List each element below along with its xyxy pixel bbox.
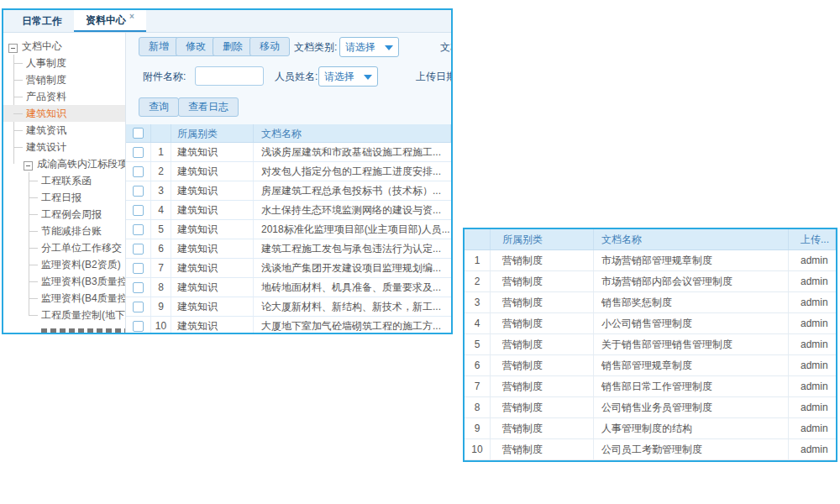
row-checkbox-cell [126, 181, 151, 200]
table-row[interactable]: 6 营销制度 销售部管理规章制度 admin [465, 355, 836, 376]
tree-item-project-root[interactable]: 成渝高铁内江标段项目 [3, 155, 125, 172]
row-doc-name: 公司员工考勤管理制度 [594, 439, 789, 459]
table-row[interactable]: 2 营销制度 市场营销部内部会议管理制度 admin [465, 271, 836, 292]
row-checkbox[interactable] [133, 321, 144, 332]
results-table-panel: 所属别类 文档名称 上传... 1 营销制度 市场营销部管理规章制度 admin… [463, 228, 837, 462]
row-checkbox[interactable] [133, 263, 144, 274]
row-doc-name: 论大厦新材料、新结构、新技术，新工... [254, 297, 451, 316]
collapse-icon[interactable] [8, 44, 18, 53]
row-checkbox[interactable] [133, 224, 144, 235]
results-table-body: 1 营销制度 市场营销部管理规章制度 admin 2 营销制度 市场营销部内部会… [465, 250, 836, 460]
row-number: 9 [151, 297, 171, 316]
table-row[interactable]: 5 建筑知识 2018标准化监理项目部(业主项目部)人员... [126, 220, 451, 239]
tree-item-clipped [41, 328, 125, 333]
row-doc-name: 人事管理制度的结构 [594, 418, 789, 438]
row-number: 4 [465, 313, 491, 333]
row-category: 建筑知识 [171, 278, 254, 297]
row-doc-name: 大厦地下室加气砼墙砌筑工程的施工方... [254, 317, 451, 333]
tree-item-root[interactable]: 文档中心 [3, 38, 125, 55]
table-row[interactable]: 8 营销制度 公司销售业务员管理制度 admin [465, 397, 836, 418]
tab-data-center[interactable]: 资料中心 × [74, 10, 146, 32]
action-button[interactable]: 移动 [249, 37, 290, 56]
table-row[interactable]: 2 建筑知识 对发包人指定分包的工程施工进度安排... [126, 162, 451, 181]
row-category: 建筑知识 [171, 317, 254, 333]
person-name-select[interactable]: 请选择 [318, 66, 378, 87]
tree-item[interactable]: 监理资料(B3质量控制) [3, 273, 125, 290]
table-row[interactable]: 8 建筑知识 地砖地面材料、机具准备、质量要求及... [126, 278, 451, 297]
row-checkbox[interactable] [133, 302, 144, 312]
table-row[interactable]: 1 建筑知识 浅谈房屋建筑和市政基础设施工程施工... [126, 143, 451, 162]
row-uploader: admin [789, 355, 836, 375]
close-icon[interactable]: × [129, 12, 134, 21]
tree-item[interactable]: 监理资料(B4质量控制) [3, 290, 125, 307]
row-category: 建筑知识 [171, 162, 254, 181]
documents-table-header: 所属别类 文档名称 [126, 124, 451, 143]
row-doc-name: 关于销售部管理销售管理制度 [594, 334, 789, 354]
action-button[interactable]: 删除 [213, 37, 253, 56]
documents-table: 所属别类 文档名称 1 建筑知识 浅谈房屋建筑和市政基础设施工程施工... 2 [126, 124, 451, 333]
table-row[interactable]: 6 建筑知识 建筑工程施工发包与承包违法行为认定... [126, 239, 451, 259]
tree-item[interactable]: 工程联系函 [3, 172, 125, 189]
tree-item[interactable]: 监理资料(B2资质) [3, 256, 125, 273]
action-button[interactable]: 新增 [139, 37, 179, 56]
row-doc-name: 浅谈地产集团开发建设项目监理规划编... [254, 259, 451, 277]
row-checkbox-cell [126, 220, 151, 239]
tree-item[interactable]: 工程日报 [3, 189, 125, 206]
tree-item[interactable]: 建筑设计 [3, 139, 125, 155]
row-category: 建筑知识 [171, 259, 254, 277]
collapse-icon[interactable] [24, 161, 33, 171]
view-log-button[interactable]: 查看日志 [178, 97, 239, 117]
row-checkbox[interactable] [133, 166, 144, 177]
row-checkbox[interactable] [133, 282, 144, 293]
row-category: 营销制度 [491, 271, 594, 291]
tree-item[interactable]: 人事制度 [3, 55, 125, 71]
row-category: 营销制度 [491, 292, 594, 312]
tree-item[interactable]: 节能减排台账 [3, 223, 125, 239]
row-doc-name: 房屋建筑工程总承包投标书（技术标）... [254, 181, 451, 200]
table-row[interactable]: 7 营销制度 销售部日常工作管理制度 admin [465, 376, 836, 397]
table-row[interactable]: 9 营销制度 人事管理制度的结构 admin [465, 418, 836, 439]
tree-item[interactable]: 建筑知识 [3, 105, 125, 122]
query-button[interactable]: 查询 [139, 97, 179, 117]
row-checkbox[interactable] [133, 147, 144, 158]
row-category: 营销制度 [491, 313, 594, 333]
table-row[interactable]: 3 建筑知识 房屋建筑工程总承包投标书（技术标）... [126, 181, 451, 201]
tab-daily-work[interactable]: 日常工作 [10, 10, 74, 32]
tree-item[interactable]: 产品资料 [3, 88, 125, 105]
select-all-checkbox[interactable] [133, 128, 144, 139]
row-number-header [465, 229, 491, 249]
doc-category-select[interactable]: 请选择 [339, 37, 399, 57]
table-row[interactable]: 9 建筑知识 论大厦新材料、新结构、新技术，新工... [126, 297, 451, 317]
table-row[interactable]: 4 建筑知识 水土保持生态环境监测网络的建设与资... [126, 201, 451, 220]
chevron-down-icon [385, 45, 393, 50]
table-row[interactable]: 5 营销制度 关于销售部管理销售管理制度 admin [465, 334, 836, 355]
row-uploader: admin [789, 397, 836, 417]
row-category: 营销制度 [491, 397, 594, 417]
row-checkbox[interactable] [133, 205, 144, 216]
table-row[interactable]: 3 营销制度 销售部奖惩制度 admin [465, 292, 836, 313]
row-doc-name: 水土保持生态环境监测网络的建设与资... [254, 201, 451, 219]
row-category: 营销制度 [491, 334, 594, 354]
action-button[interactable]: 修改 [176, 37, 216, 56]
attachment-name-input[interactable] [195, 66, 264, 86]
tree-item[interactable]: 建筑资讯 [3, 122, 125, 139]
tree-item[interactable]: 营销制度 [3, 71, 125, 88]
table-row[interactable]: 10 营销制度 公司员工考勤管理制度 admin [465, 439, 836, 460]
row-uploader: admin [789, 376, 836, 396]
row-doc-name: 建筑工程施工发包与承包违法行为认定... [254, 239, 451, 258]
tree-item[interactable]: 工程例会周报 [3, 206, 125, 223]
row-category: 营销制度 [491, 418, 594, 438]
table-row[interactable]: 10 建筑知识 大厦地下室加气砼墙砌筑工程的施工方... [126, 317, 451, 333]
tree-item[interactable]: 分工单位工作移交 [3, 239, 125, 256]
row-category: 建筑知识 [171, 143, 254, 161]
table-row[interactable]: 1 营销制度 市场营销部管理规章制度 admin [465, 250, 836, 271]
table-row[interactable]: 4 营销制度 小公司销售管理制度 admin [465, 313, 836, 334]
table-row[interactable]: 7 建筑知识 浅谈地产集团开发建设项目监理规划编... [126, 259, 451, 278]
row-category: 营销制度 [491, 355, 594, 375]
row-checkbox[interactable] [133, 244, 144, 255]
row-number: 9 [465, 418, 491, 438]
row-checkbox[interactable] [133, 186, 144, 197]
row-number: 8 [465, 397, 491, 417]
tab-data-center-label: 资料中心 [86, 13, 126, 28]
tree-item[interactable]: 工程质量控制(地下室) [3, 307, 125, 323]
